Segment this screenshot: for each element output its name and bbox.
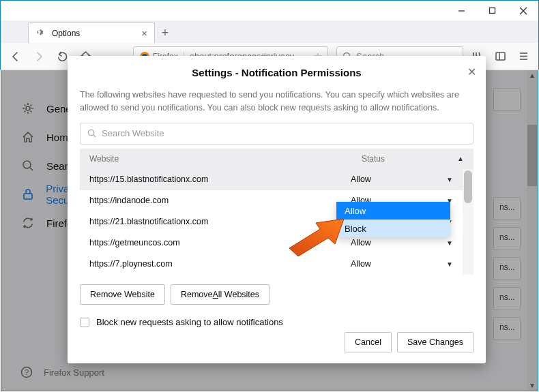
dialog-title: Settings - Notification Permissions — [192, 67, 361, 78]
close-window-button[interactable] — [508, 1, 538, 20]
status-select[interactable]: Allow▼ — [351, 259, 453, 269]
col-status: Status ▲ — [362, 154, 464, 164]
dropdown-option-block[interactable]: Block — [336, 220, 450, 237]
tab-title: Options — [52, 29, 136, 38]
tab-close-icon[interactable]: × — [141, 27, 147, 39]
search-website-input[interactable]: Search Website — [80, 123, 474, 145]
save-changes-button[interactable]: Save Changes — [397, 332, 474, 352]
forward-button[interactable] — [29, 47, 48, 66]
dialog-intro: The following websites have requested to… — [80, 89, 474, 115]
site-url: https://7.ploynest.com — [89, 259, 351, 269]
chevron-down-icon: ▼ — [446, 260, 453, 268]
search-icon — [87, 129, 96, 138]
site-url: https://21.blastnotificationx.com — [89, 217, 351, 226]
status-select[interactable]: Allow▼ — [351, 238, 453, 247]
sort-caret-icon[interactable]: ▲ — [457, 155, 464, 162]
site-url: https://getmeuncos.com — [89, 238, 351, 247]
block-new-checkbox[interactable] — [80, 318, 89, 327]
table-row[interactable]: https://7.ploynest.com Allow▼ — [80, 254, 463, 275]
window-titlebar — [0, 0, 539, 20]
status-select[interactable]: Allow▼ — [351, 175, 453, 184]
site-url: https://15.blastnotificationx.com — [89, 175, 351, 184]
notification-permissions-dialog: Settings - Notification Permissions ✕ Th… — [68, 56, 486, 363]
maximize-button[interactable] — [477, 1, 508, 20]
svg-rect-1 — [490, 8, 495, 14]
table-row[interactable]: https://15.blastnotificationx.com Allow▼ — [80, 169, 463, 190]
cancel-button[interactable]: Cancel — [345, 332, 392, 352]
svg-point-22 — [88, 130, 93, 135]
dialog-header: Settings - Notification Permissions ✕ — [68, 56, 486, 89]
dialog-footer: Cancel Save Changes — [68, 328, 486, 363]
dialog-body: The following websites have requested to… — [68, 89, 486, 328]
search-placeholder: Search Website — [102, 128, 164, 138]
sidebar-toggle-icon[interactable] — [491, 47, 510, 66]
dialog-close-button[interactable]: ✕ — [467, 65, 476, 78]
browser-tab[interactable]: Options × — [28, 22, 155, 43]
chevron-down-icon: ▼ — [446, 176, 453, 183]
dropdown-option-allow[interactable]: Allow — [336, 202, 450, 220]
remove-website-button[interactable]: Remove Website — [80, 284, 165, 305]
status-dropdown: Allow Block — [336, 202, 450, 237]
block-new-checkbox-row: Block new requests asking to allow notif… — [80, 317, 474, 329]
table-header[interactable]: Website Status ▲ — [80, 149, 474, 169]
svg-rect-11 — [496, 52, 505, 60]
col-website: Website — [89, 154, 362, 164]
svg-line-23 — [93, 135, 96, 137]
scroll-thumb[interactable] — [464, 170, 472, 203]
minimize-button[interactable] — [446, 1, 477, 20]
row-buttons: Remove Website Remove All Websites — [80, 284, 474, 305]
tab-strip: Options × + — [0, 20, 539, 43]
remove-all-button[interactable]: Remove All Websites — [171, 284, 270, 305]
gear-icon — [35, 28, 46, 39]
chevron-down-icon: ▼ — [446, 239, 453, 247]
back-button[interactable] — [6, 47, 25, 66]
checkbox-label: Block new requests asking to allow notif… — [96, 317, 474, 327]
list-scrollbar[interactable] — [463, 169, 474, 275]
new-tab-button[interactable]: + — [155, 22, 175, 43]
menu-icon[interactable] — [514, 47, 533, 66]
site-url: https://indanode.com — [89, 196, 351, 205]
